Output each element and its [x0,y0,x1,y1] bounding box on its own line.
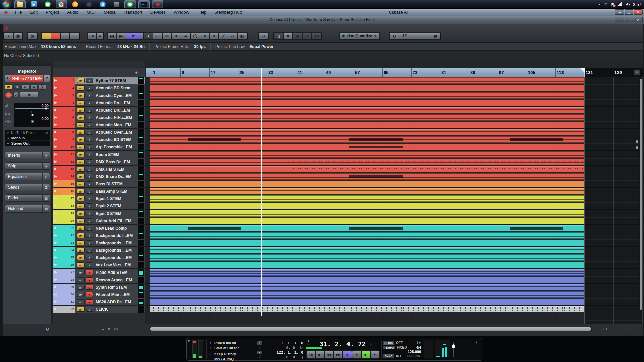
track-lane[interactable] [146,158,643,166]
track-mute-button[interactable]: m [77,270,85,275]
track-name[interactable]: Acoustic Dru...EM [96,101,138,105]
global-write-button[interactable] [70,33,79,39]
track-row[interactable]: ▶22msBackgrounds I...EM [53,232,145,239]
track-row[interactable]: ▶26msVox Low Vers...EM [53,261,145,269]
quantize-preset-select[interactable]: 1/1◉ [399,33,440,39]
track-mute-button[interactable]: m [77,211,85,216]
inspector-section-sends[interactable]: Sends⊡ [5,184,50,191]
inspector-track-chip[interactable]: 1 Rythm 77 STEM▶ e [5,75,50,82]
mute-tool[interactable]: ✕ [200,33,209,39]
play-button[interactable]: ▶ [362,351,370,358]
color-tool[interactable]: ◧ [238,33,247,39]
inserts-icon[interactable]: ╪ [42,152,50,159]
audio-event[interactable] [150,232,584,239]
track-mute-button[interactable]: m [77,159,85,164]
track-name[interactable]: Acoustic Dru...EM [96,108,138,113]
menu-midi[interactable]: MIDI [83,9,99,15]
audio-event[interactable] [150,254,584,261]
track-solo-button[interactable]: s [86,255,93,260]
track-solo-button[interactable]: s [86,248,93,253]
inspector-mute-button[interactable]: m [5,84,12,90]
track-lane[interactable] [146,247,643,254]
pan-slider[interactable] [15,114,49,116]
track-lane[interactable] [146,84,643,92]
punch-in-icon[interactable]: ∥▷ [295,346,303,349]
track-name[interactable]: Piano Add STEM [96,270,138,275]
track-mute-button[interactable]: m [77,285,85,290]
audio-event[interactable] [150,77,584,84]
audio-event[interactable] [150,107,584,113]
auto-crossfade-button[interactable]: ∾ [259,33,268,39]
track-mute-button[interactable]: m [77,203,85,208]
equalizers-icon[interactable]: ◇ [42,173,50,180]
track-name[interactable]: Eguit 3 STEM [96,211,138,216]
track-solo-button[interactable]: s [86,167,93,172]
audio-event[interactable] [150,218,584,224]
project-titlebar[interactable]: Cubase AI Project - Words To Say Avid St… [0,16,644,24]
track-mute-button[interactable]: m [77,167,85,172]
track-lane[interactable] [146,166,643,173]
track-lane[interactable] [146,136,643,143]
time-display[interactable]: 31. 2. 4. 72 ♪ [316,340,376,348]
volume-icon[interactable] [626,2,630,6]
track-row[interactable]: ▶18msEguit 2 STEM [53,202,145,210]
track-row[interactable]: ▶19msEguit 3 STEM [53,210,145,217]
project-maximize-button[interactable]: ▢ [625,17,633,22]
track-mute-button[interactable]: m [77,240,85,245]
right-locator-value[interactable]: 122. 1. 1. 0 [262,350,303,355]
record-button[interactable]: ● [371,351,379,358]
preroll-value[interactable]: 0. 0 [262,346,295,350]
track-solo-button[interactable]: s [86,189,93,194]
track-lane[interactable] [146,217,643,225]
track-row[interactable]: ▶20msGuitar Add Fil...EM [53,217,145,225]
track-name[interactable]: Arp Ensemble...EM [96,145,138,149]
track-name[interactable]: Acoustic HiHa...EM [96,115,138,120]
track-mute-button[interactable]: m [77,307,85,312]
track-mute-button[interactable]: m [77,137,85,142]
track-row[interactable]: ▶24msBackgrounds ...EM [53,247,145,254]
vertical-scrollbar[interactable] [639,78,642,313]
track-scroll-up-icon[interactable]: ▲ [101,327,105,331]
track-solo-button[interactable]: s [86,130,93,135]
ruler-options-button[interactable]: ▼ [634,69,640,75]
audio-event[interactable] [150,247,584,253]
track-solo-button[interactable]: s [86,85,93,90]
track-solo-button[interactable]: s [86,100,93,105]
track-name[interactable]: Vox Low Vers...EM [96,263,138,267]
track-name[interactable]: Guitar Add Fil...EM [96,219,138,223]
autoscroll-options-button[interactable]: ∗ [97,33,103,39]
audio-event[interactable] [150,225,584,231]
inspector-section-fader[interactable]: Fader▥ [5,194,50,202]
add-track-button[interactable]: + [135,70,138,75]
track-list-settings-gear-icon[interactable]: ⚙ [114,327,118,332]
track-name[interactable]: DMX Hat STEM [96,167,138,172]
track-solo-button[interactable]: s [86,108,93,113]
track-name[interactable]: Eguit 1 STEM [96,196,138,201]
maximize-button[interactable]: ▢ [625,9,633,15]
track-row[interactable]: ▶16msBass Amp STEM [53,188,145,195]
track-solo-button[interactable]: s [86,285,93,290]
close-button[interactable]: ✕ [634,9,643,15]
erase-tool[interactable]: ▰ [181,33,190,39]
track-row[interactable]: ▶1msRythm 77 STEM [53,77,145,84]
track-row[interactable]: ▶3msAcoustic Cym...EM [53,92,145,99]
track-name[interactable]: DMX Snare Dr...EM [96,174,138,179]
forward-button[interactable]: ▶▶ [334,351,342,358]
track-name[interactable]: Acoustic Over...EM [96,130,138,135]
track-mute-button[interactable]: m [77,78,85,83]
track-lane[interactable] [146,99,643,107]
track-lane[interactable] [146,276,643,284]
inspector-write-button[interactable]: W [30,84,38,90]
track-solo-button[interactable]: s [86,292,93,297]
menu-steinberg-hub[interactable]: Steinberg Hub [211,9,246,15]
inspector-solo-button[interactable]: s [13,84,21,90]
track-lane[interactable] [146,107,643,114]
menu-project[interactable]: Project [42,9,62,15]
action-center-flag-icon[interactable]: ⚑ [611,2,614,7]
track-mute-button[interactable]: m [77,233,85,238]
track-lane[interactable] [146,298,643,306]
fader-icon[interactable]: ▥ [42,195,50,201]
track-row[interactable]: ▶15msBass DI STEM [53,180,145,188]
stop-button[interactable]: ■ [352,351,361,358]
track-preset-label[interactable]: No Track Preset [11,130,36,135]
